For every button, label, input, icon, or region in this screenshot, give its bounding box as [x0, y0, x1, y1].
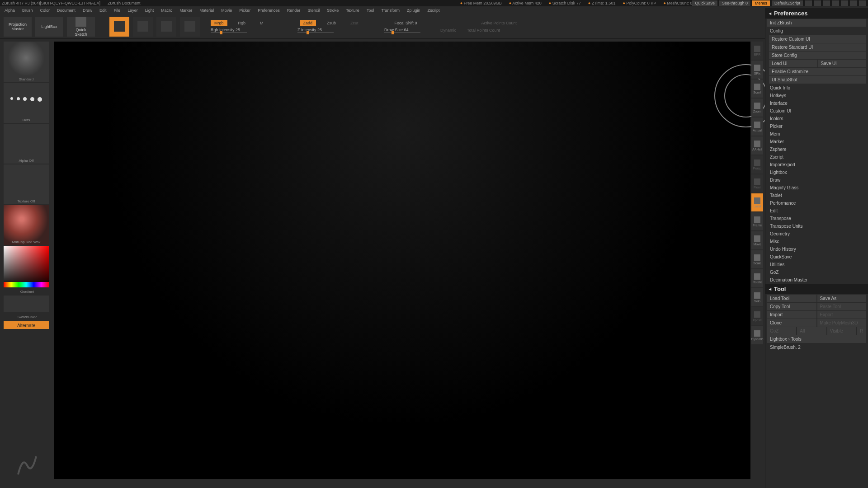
pref-section-interface[interactable]: Interface	[765, 99, 868, 107]
menu-texture[interactable]: Texture	[343, 7, 362, 14]
alpha-selector[interactable]: Alpha Off	[4, 124, 49, 164]
menu-material[interactable]: Material	[197, 7, 217, 14]
config-section[interactable]: Config	[765, 27, 868, 35]
pref-section-transpose-units[interactable]: Transpose Units	[765, 222, 868, 230]
nav-scroll[interactable]: Scroll	[751, 80, 763, 98]
menu-zscript[interactable]: Zscript	[425, 7, 443, 14]
nav-scale[interactable]: Scale	[751, 250, 763, 268]
window-icon-1[interactable]	[805, 0, 812, 6]
alternate-button[interactable]: Alternate	[4, 321, 49, 329]
nav-rotate[interactable]: Rotate	[751, 269, 763, 287]
tool-header[interactable]: Tool	[765, 284, 868, 294]
quick-sketch-button[interactable]: Quick Sketch	[67, 17, 95, 37]
z-intensity-slider[interactable]: Z Intensity 25	[297, 28, 343, 33]
menu-draw[interactable]: Draw	[80, 7, 95, 14]
goz-all-button[interactable]: All	[797, 327, 826, 335]
draw-mode-button[interactable]	[109, 17, 129, 37]
goz-button[interactable]: GoZ	[767, 327, 796, 335]
minimize-icon[interactable]	[841, 0, 848, 6]
move-mode-button[interactable]	[133, 17, 153, 37]
pref-section-tablet[interactable]: Tablet	[765, 192, 868, 199]
zcut-button[interactable]: Zcut	[347, 20, 362, 26]
nav-solo[interactable]: Solo	[751, 288, 763, 306]
menu-layer[interactable]: Layer	[125, 7, 141, 14]
goz-visible-button[interactable]: Visible	[827, 327, 856, 335]
goz-r-button[interactable]: R	[857, 327, 866, 335]
menu-document[interactable]: Document	[54, 7, 78, 14]
menu-render[interactable]: Render	[284, 7, 303, 14]
pref-section-quicksave[interactable]: QuickSave	[765, 253, 868, 261]
pref-section-picker[interactable]: Picker	[765, 122, 868, 130]
menu-file[interactable]: File	[111, 7, 123, 14]
menu-movie[interactable]: Movie	[218, 7, 235, 14]
enable-customize-button[interactable]: Enable Customize	[769, 68, 866, 75]
menu-light[interactable]: Light	[142, 7, 157, 14]
brush-selector[interactable]: Standard	[4, 42, 49, 82]
pref-section-custom-ui[interactable]: Custom UI	[765, 107, 868, 115]
menu-transform[interactable]: Transform	[378, 7, 402, 14]
zsub-button[interactable]: Zsub	[323, 20, 340, 26]
copy-tool-button[interactable]: Copy Tool	[767, 303, 816, 310]
nav-persp[interactable]: Persp	[751, 155, 763, 174]
nav-dynamic[interactable]: Dynamic	[751, 326, 763, 344]
nav-move[interactable]: Move	[751, 231, 763, 249]
window-icon-3[interactable]	[823, 0, 830, 6]
menus-toggle[interactable]: Menus	[752, 0, 770, 6]
nav-frame[interactable]: Frame	[751, 212, 763, 230]
menu-zplugin[interactable]: Zplugin	[404, 7, 423, 14]
import-button[interactable]: Import	[767, 311, 816, 319]
color-picker[interactable]	[4, 246, 49, 287]
restore-standard-ui-button[interactable]: Restore Standard UI	[769, 43, 866, 51]
save-ui-button[interactable]: Save Ui	[818, 60, 867, 67]
make-polymesh-button[interactable]: Make PolyMesh3D	[817, 319, 867, 327]
paste-tool-button[interactable]: Paste Tool	[817, 303, 867, 310]
nav-local[interactable]: Local	[751, 193, 763, 211]
pref-section-zsphere[interactable]: Zsphere	[765, 145, 868, 153]
pref-section-undo-history[interactable]: Undo History	[765, 245, 868, 253]
close-icon[interactable]	[859, 0, 866, 6]
default-zscript[interactable]: DefaultZScript	[772, 0, 803, 6]
menu-marker[interactable]: Marker	[177, 7, 195, 14]
restore-custom-ui-button[interactable]: Restore Custom UI	[769, 35, 866, 43]
pref-section-lightbox[interactable]: Lightbox	[765, 169, 868, 176]
nav-xpose[interactable]: Xpose	[751, 307, 763, 325]
dynamic-button[interactable]: Dynamic	[437, 27, 460, 33]
nav-spix[interactable]: SPix	[751, 61, 763, 79]
store-config-button[interactable]: Store Config	[769, 52, 866, 59]
menu-macro[interactable]: Macro	[158, 7, 175, 14]
draw-size-slider[interactable]: Draw Size 64	[384, 28, 429, 33]
m-button[interactable]: M	[256, 20, 267, 26]
rotate-mode-button[interactable]	[180, 17, 200, 37]
quicksave-button[interactable]: QuickSave	[692, 0, 717, 6]
mrgb-button[interactable]: Mrgb	[211, 20, 227, 26]
lightbox-button[interactable]: LightBox	[35, 17, 63, 37]
nav-bpr[interactable]: BPR	[751, 42, 763, 60]
load-tool-button[interactable]: Load Tool	[767, 295, 816, 302]
init-zbrush-button[interactable]: Init ZBrush	[767, 19, 866, 27]
menu-alpha[interactable]: Alpha	[2, 7, 18, 14]
pref-section-mem[interactable]: Mem	[765, 130, 868, 138]
nav-aahalf[interactable]: AAHalf	[751, 136, 763, 155]
window-icon-2[interactable]	[814, 0, 821, 6]
pref-section-importexport[interactable]: Importexport	[765, 161, 868, 169]
menu-stroke[interactable]: Stroke	[324, 7, 341, 14]
rgb-intensity-slider[interactable]: Rgb Intensity 25	[211, 28, 256, 33]
ui-snapshot-button[interactable]: UI SnapShot	[769, 76, 866, 84]
nav-zoom[interactable]: Zoom	[751, 99, 763, 117]
pref-section-draw[interactable]: Draw	[765, 176, 868, 184]
clone-button[interactable]: Clone	[767, 319, 816, 327]
load-ui-button[interactable]: Load Ui	[769, 60, 817, 67]
projection-master-button[interactable]: Projection Master	[4, 17, 32, 37]
lightbox-tools-button[interactable]: Lightbox › Tools	[767, 335, 866, 343]
menu-preferences[interactable]: Preferences	[255, 7, 283, 14]
menu-brush[interactable]: Brush	[19, 7, 36, 14]
material-selector[interactable]: MatCap Red Wax	[4, 205, 49, 245]
menu-edit[interactable]: Edit	[97, 7, 109, 14]
pref-section-edit[interactable]: Edit	[765, 207, 868, 215]
save-as-button[interactable]: Save As	[817, 295, 867, 302]
preferences-header[interactable]: Preferences	[765, 8, 868, 19]
seethrough-slider[interactable]: See-through 0	[719, 0, 750, 6]
texture-selector[interactable]: Texture Off	[4, 164, 49, 204]
nav-actual[interactable]: Actual	[751, 117, 763, 136]
menu-tool[interactable]: Tool	[364, 7, 377, 14]
